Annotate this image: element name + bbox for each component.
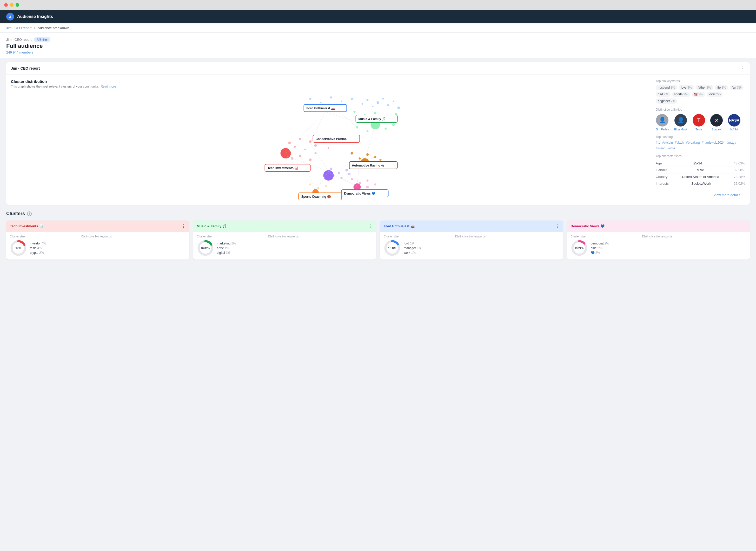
affinity-jim-farley[interactable]: 👤 Jim Farley — [656, 114, 669, 131]
cluster-svg: Ford Enthusiast 🚗 Music & Family 🎵 Conse… — [11, 91, 646, 200]
window-chrome — [0, 0, 756, 10]
kw-engineer: engineer 2% — [656, 98, 677, 104]
cluster-tech-kw-label: Distinctive bio keywords — [81, 235, 185, 238]
svg-point-58 — [325, 185, 327, 187]
svg-line-74 — [286, 112, 326, 151]
cluster-tech-body: Cluster size Distinctive bio keywords 17… — [6, 232, 189, 259]
svg-point-25 — [299, 138, 301, 140]
kw-work: work 1% — [404, 251, 559, 254]
ht-harriswalz[interactable]: #harriswalz2024 — [702, 141, 724, 144]
cluster-ford-body: Cluster size Distinctive bio keywords 15… — [380, 232, 563, 259]
cluster-card-music: Music & Family 🎵 ⋮ Cluster size Distinct… — [193, 220, 376, 259]
svg-point-2 — [330, 96, 332, 98]
svg-point-56 — [309, 183, 311, 185]
char-age-value: 25-34 — [693, 161, 702, 165]
clusters-grid: Tech Investments 📊 ⋮ Cluster size Distin… — [6, 220, 750, 259]
cluster-ford-title: Ford Enthusiast 🚗 — [384, 224, 415, 228]
page-title: Full audience — [6, 43, 750, 49]
ht-maga[interactable]: #maga — [727, 141, 736, 144]
svg-line-70 — [365, 125, 375, 160]
member-count: 249 944 members — [6, 50, 750, 54]
cluster-viz: Ford Enthusiast 🚗 Music & Family 🎵 Conse… — [11, 91, 646, 200]
kw-democrat: democrat 2% — [591, 241, 746, 245]
svg-point-13 — [353, 111, 356, 113]
svg-line-71 — [300, 153, 316, 191]
ht-f1[interactable]: #f1 — [656, 141, 660, 144]
view-more-link[interactable]: View more details → — [656, 191, 745, 197]
main-card-body: Cluster distribution This graph shows th… — [6, 75, 750, 205]
affinity-jim-farley-name: Jim Farley — [656, 128, 669, 131]
char-country-row: Country United States of America 73.28% — [656, 173, 745, 180]
report-name-label: Jim - CEO report — [6, 38, 32, 42]
svg-point-28 — [304, 149, 306, 150]
cluster-democratic-title: Democratic Views 💙 — [571, 224, 605, 228]
char-age-row: Age 25-34 43.03% — [656, 160, 745, 167]
svg-point-6 — [366, 99, 368, 101]
kw-tesla: tesla 4% — [30, 246, 185, 250]
kw-love: love 3% — [679, 85, 694, 90]
side-panel: Top bio keywords husband 3% love 3% fath… — [651, 75, 750, 205]
affinity-tesla[interactable]: T Tesla — [693, 114, 705, 131]
ht-breaking[interactable]: #breaking — [686, 141, 700, 144]
svg-point-11 — [393, 100, 395, 102]
cluster-dem-size-label: Cluster size — [571, 235, 640, 238]
svg-point-34 — [309, 158, 312, 161]
svg-line-64 — [286, 143, 300, 153]
info-icon[interactable]: i — [27, 211, 32, 216]
svg-point-37 — [351, 152, 353, 154]
hashtags-title: Top hashtags — [656, 135, 745, 139]
dot-green[interactable] — [16, 3, 19, 7]
hashtags-tags: #f1 #bitcoin #tiktok #breaking #harriswa… — [656, 141, 745, 150]
char-gender-label: Gender — [656, 168, 667, 172]
page-header: Jim - CEO report Affinities Full audienc… — [0, 33, 756, 58]
svg-point-10 — [388, 104, 390, 106]
svg-point-35 — [314, 152, 317, 154]
svg-point-29 — [314, 144, 317, 147]
cluster-ford-menu[interactable]: ⋮ — [555, 224, 559, 228]
svg-text:Automotive Racing 🏎: Automotive Racing 🏎 — [352, 164, 385, 167]
main-card-menu-icon[interactable]: ⋮ — [740, 65, 745, 71]
svg-point-22 — [356, 126, 358, 129]
cluster-democratic-body: Cluster size Distinctive bio keywords 13… — [567, 232, 750, 259]
affinity-tesla-name: Tesla — [695, 128, 702, 131]
affinity-elon-musk[interactable]: 👤 Elon Musk — [674, 114, 687, 131]
affinities-title: Distinctive affinities — [656, 108, 745, 111]
svg-point-44 — [330, 167, 332, 170]
svg-text:Conservative Patriot...: Conservative Patriot... — [316, 137, 348, 141]
ht-bitcoin[interactable]: #bitcoin — [662, 141, 673, 144]
main-card-title: Jim - CEO report — [11, 66, 40, 70]
svg-point-49 — [348, 173, 351, 175]
svg-point-50 — [351, 178, 353, 180]
read-more-link[interactable]: Read more — [100, 85, 116, 88]
ht-vote[interactable]: #vote — [667, 146, 675, 150]
ht-tiktok[interactable]: #tiktok — [675, 141, 684, 144]
affinity-nasa[interactable]: NASA NASA — [728, 114, 740, 131]
main-card-header: Jim - CEO report ⋮ — [6, 62, 750, 75]
kw-sports: sports 2% — [672, 92, 690, 97]
char-interests-value: Society/Work — [691, 181, 711, 185]
arrow-right-icon: → — [742, 193, 745, 197]
cluster-card-democratic: Democratic Views 💙 ⋮ Cluster size Distin… — [567, 220, 750, 259]
dot-yellow[interactable] — [10, 3, 14, 7]
breadcrumb: Jim - CEO report > Audience breakdown — [0, 23, 756, 33]
svg-point-26 — [309, 140, 312, 143]
kw-manager: manager 1% — [404, 246, 559, 250]
dot-red[interactable] — [4, 3, 8, 7]
svg-line-66 — [316, 171, 328, 191]
cluster-tech-menu[interactable]: ⋮ — [181, 224, 185, 228]
ht-trump[interactable]: #trump — [656, 146, 665, 150]
kw-heart: 💙 2% — [591, 251, 746, 254]
svg-point-9 — [383, 98, 384, 99]
kw-digital: digital 1% — [217, 251, 372, 254]
char-interests-row: Interests Society/Work 62.02% — [656, 180, 745, 187]
bio-keywords-section: Top bio keywords husband 3% love 3% fath… — [656, 79, 745, 104]
breadcrumb-link[interactable]: Jim - CEO report — [6, 26, 32, 30]
svg-point-3 — [341, 100, 342, 102]
cluster-music-menu[interactable]: ⋮ — [368, 224, 372, 228]
kw-life: life 3% — [715, 85, 728, 90]
kw-fan: fan 3% — [730, 85, 744, 90]
cluster-music-body: Cluster size Distinctive bio keywords 16… — [193, 232, 376, 259]
affinity-spacex[interactable]: ✕ SpaceX — [710, 114, 723, 131]
cluster-democratic-menu[interactable]: ⋮ — [742, 224, 746, 228]
svg-point-15 — [374, 112, 376, 114]
